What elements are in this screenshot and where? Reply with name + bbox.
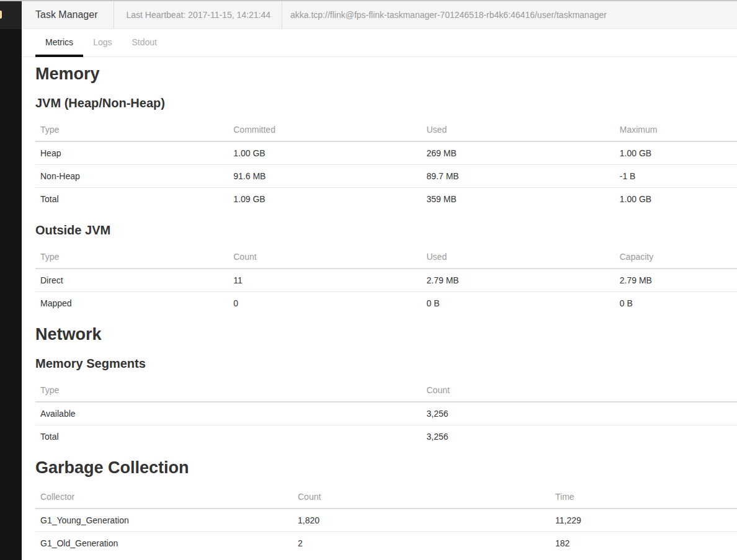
table-cell: 0 B <box>615 292 737 315</box>
window-top-edge <box>0 0 737 1</box>
table-cell: 2.79 MB <box>615 269 737 292</box>
table-cell: G1_Young_Generation <box>35 509 293 532</box>
tab-stdout[interactable]: Stdout <box>122 29 166 57</box>
table-cell: Mapped <box>35 292 228 315</box>
table-row: Total 1.09 GB 359 MB 1.00 GB <box>35 188 737 211</box>
column-header: Committed <box>228 118 421 141</box>
subsection-title-outside-jvm: Outside JVM <box>35 223 737 237</box>
tab-bar: Metrics Logs Stdout <box>22 29 737 57</box>
tab-metrics[interactable]: Metrics <box>35 29 83 57</box>
memory-segments-table: Type Count Available 3,256 Total 3,256 <box>35 379 737 448</box>
garbage-collection-table: Collector Count Time G1_Young_Generation… <box>35 486 737 554</box>
column-header: Used <box>422 118 615 141</box>
table-cell: 1.00 GB <box>615 141 737 165</box>
last-heartbeat: Last Heartbeat: 2017-11-15, 14:21:44 <box>114 1 282 29</box>
table-cell: 1.09 GB <box>228 188 421 211</box>
tab-logs[interactable]: Logs <box>83 29 122 57</box>
column-header: Count <box>422 379 737 402</box>
table-cell: 91.6 MB <box>228 165 421 188</box>
table-cell: Total <box>35 188 228 211</box>
table-cell: Total <box>35 425 422 448</box>
table-cell: 1.00 GB <box>228 141 421 165</box>
actor-address: akka.tcp://flink@fps-flink-taskmanager-7… <box>282 1 618 29</box>
table-cell: 11,229 <box>550 509 737 532</box>
column-header: Time <box>550 486 737 509</box>
table-cell: 3,256 <box>422 425 737 448</box>
table-cell: Available <box>35 402 422 425</box>
page-title: Task Manager <box>22 1 114 29</box>
table-cell: Non-Heap <box>35 165 228 188</box>
table-cell: 11 <box>228 269 421 292</box>
table-cell: 0 B <box>422 292 615 315</box>
sidebar <box>0 1 22 560</box>
column-header: Used <box>422 246 615 269</box>
table-row: Total 3,256 <box>35 425 737 448</box>
sidebar-logo-area <box>0 1 22 29</box>
column-header: Collector <box>35 486 293 509</box>
table-row: Heap 1.00 GB 269 MB 1.00 GB <box>35 141 737 165</box>
table-header-row: Collector Count Time <box>35 486 737 509</box>
table-cell: 359 MB <box>422 188 615 211</box>
table-row: Non-Heap 91.6 MB 89.7 MB -1 B <box>35 165 737 188</box>
table-cell: 182 <box>550 532 737 555</box>
section-title-network: Network <box>35 325 737 344</box>
jvm-table: Type Committed Used Maximum Heap 1.00 GB… <box>35 118 737 210</box>
table-cell: Heap <box>35 141 228 165</box>
column-header: Count <box>228 246 421 269</box>
table-cell: 269 MB <box>422 141 615 165</box>
flink-logo-icon <box>0 11 2 19</box>
table-cell: 3,256 <box>422 402 737 425</box>
table-cell: 1.00 GB <box>615 188 737 211</box>
column-header: Count <box>293 486 550 509</box>
table-row: Available 3,256 <box>35 402 737 425</box>
column-header: Type <box>35 246 228 269</box>
column-header: Type <box>35 118 228 141</box>
table-cell: Direct <box>35 269 228 292</box>
table-header-row: Type Count Used Capacity <box>35 246 737 269</box>
outside-jvm-table: Type Count Used Capacity Direct 11 2.79 … <box>35 246 737 314</box>
table-row: G1_Young_Generation 1,820 11,229 <box>35 509 737 532</box>
column-header: Maximum <box>615 118 737 141</box>
table-row: G1_Old_Generation 2 182 <box>35 532 737 555</box>
table-header-row: Type Committed Used Maximum <box>35 118 737 141</box>
table-cell: 1,820 <box>293 509 550 532</box>
table-header-row: Type Count <box>35 379 737 402</box>
section-title-memory: Memory <box>35 64 737 83</box>
main-area: Task Manager Last Heartbeat: 2017-11-15,… <box>22 0 737 554</box>
table-row: Mapped 0 0 B 0 B <box>35 292 737 315</box>
table-cell: 0 <box>228 292 421 315</box>
section-title-garbage-collection: Garbage Collection <box>35 458 737 477</box>
table-cell: G1_Old_Generation <box>35 532 293 555</box>
subsection-title-memory-segments: Memory Segments <box>35 357 737 370</box>
table-cell: -1 B <box>615 165 737 188</box>
subsection-title-jvm: JVM (Heap/Non-Heap) <box>35 96 737 110</box>
header-bar: Task Manager Last Heartbeat: 2017-11-15,… <box>22 1 737 29</box>
column-header: Type <box>35 379 422 402</box>
table-cell: 2.79 MB <box>422 269 615 292</box>
table-cell: 2 <box>293 532 550 555</box>
column-header: Capacity <box>615 246 737 269</box>
metrics-content: Memory JVM (Heap/Non-Heap) Type Committe… <box>22 57 737 554</box>
table-row: Direct 11 2.79 MB 2.79 MB <box>35 269 737 292</box>
table-cell: 89.7 MB <box>422 165 615 188</box>
